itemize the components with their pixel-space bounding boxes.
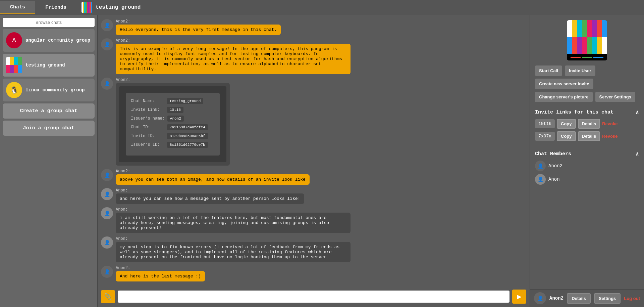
sidebar: A angular community group bbox=[0, 15, 97, 307]
message-bubble: This is an example of a very long messag… bbox=[116, 44, 351, 74]
message-bubble: i am still working on a lot of the featu… bbox=[116, 213, 351, 233]
sidebar-item-angular[interactable]: A angular community group bbox=[3, 29, 95, 52]
browse-input[interactable] bbox=[3, 18, 95, 27]
issuers-name-value: Anon2 bbox=[167, 116, 184, 122]
invite-link-row: 10t16 Copy Details Revoke bbox=[535, 119, 639, 129]
sender-label: Anon2: bbox=[116, 169, 310, 174]
invite-code-2: 7x07a bbox=[535, 132, 555, 141]
linux-chat-name: linux community group bbox=[25, 87, 85, 93]
sender-label: Anon: bbox=[116, 188, 304, 193]
tab-friends[interactable]: Friends bbox=[35, 1, 76, 14]
messages-container: 👤 Anon2: Hello everyone, this is the ver… bbox=[98, 15, 530, 286]
message-bubble: my next step is to fix known errors (i r… bbox=[116, 242, 351, 262]
join-group-button[interactable]: Join a group chat bbox=[3, 121, 95, 136]
table-row: 👤 Anon2: This is an example of a very lo… bbox=[101, 38, 526, 74]
right-panel: Start Call Invite User Create new server… bbox=[530, 15, 644, 307]
create-invite-button[interactable]: Create new server invite bbox=[535, 79, 593, 89]
table-row: 👤 Anon2: above you can see both an image… bbox=[101, 169, 526, 185]
issuers-id-value: 8c1361d62770ce7b bbox=[167, 142, 208, 148]
list-item: Anon: i am still working on a lot of the… bbox=[116, 207, 351, 233]
create-group-button[interactable]: Create a group chat bbox=[3, 103, 95, 119]
revoke-button-2[interactable]: Revoke bbox=[602, 134, 618, 139]
message-input[interactable] bbox=[118, 291, 509, 303]
message-bubble: and here you can see how a message sent … bbox=[116, 193, 304, 204]
members-chevron[interactable]: ∧ bbox=[636, 150, 639, 157]
details-button-2[interactable]: Details bbox=[578, 131, 600, 141]
invite-link-label: Invite Link: bbox=[131, 107, 164, 112]
avatar: 👤 bbox=[101, 38, 113, 50]
sender-label: Anon: bbox=[116, 236, 351, 241]
list-item: Anon2: And here is the last message :) bbox=[116, 266, 205, 281]
table-row: 👤 Anon: my next step is to fix known err… bbox=[101, 236, 526, 262]
details-button-1[interactable]: Details bbox=[578, 119, 600, 129]
table-row: 👤 Anon: and here you can see how a messa… bbox=[101, 188, 526, 204]
avatar: 👤 bbox=[101, 78, 113, 90]
user-name: Anon2 bbox=[549, 296, 564, 301]
invite-card: Chat Name: testing_ground Invite Link: 1… bbox=[126, 93, 220, 156]
invite-user-button[interactable]: Invite User bbox=[565, 65, 595, 76]
list-item: Anon2: above you can see both an image, … bbox=[116, 169, 310, 185]
chat-name-value: testing_ground bbox=[167, 98, 203, 104]
member-row: 👤 Anon2 bbox=[535, 161, 639, 171]
attach-button[interactable]: 📎 bbox=[101, 290, 115, 303]
angular-chat-name: angular community group bbox=[25, 38, 90, 43]
chat-name-label: Chat Name: bbox=[131, 99, 164, 103]
issuers-id-label: Issuer's ID: bbox=[131, 142, 164, 147]
server-logo-container bbox=[530, 15, 644, 62]
issuers-name-label: Issuer's name: bbox=[131, 116, 165, 121]
table-row: 👤 Anon: i am still working on a lot of t… bbox=[101, 207, 526, 233]
chat-id-label: Chat ID: bbox=[131, 125, 164, 130]
member-avatar: 👤 bbox=[535, 174, 546, 185]
sender-label: Anon: bbox=[116, 207, 351, 212]
tv-icon bbox=[6, 57, 22, 73]
server-settings-button[interactable]: Server Settings bbox=[595, 92, 635, 102]
revoke-button-1[interactable]: Revoke bbox=[602, 121, 618, 126]
logout-button[interactable]: Log out bbox=[624, 296, 640, 301]
member-name: Anon2 bbox=[548, 163, 562, 169]
invite-link-row: 7x07a Copy Details Revoke bbox=[535, 131, 639, 141]
bottom-user-bar: 👤 Anon2 Details Settings Log out bbox=[530, 289, 644, 307]
list-item: Anon: my next step is to fix known error… bbox=[116, 236, 351, 262]
list-item: Anon2: Hello everyone, this is the very … bbox=[116, 19, 281, 35]
details-button[interactable]: Details bbox=[567, 293, 591, 304]
linux-icon: 🐧 bbox=[6, 82, 22, 98]
chat-members-header: Chat Members ∧ bbox=[535, 150, 639, 157]
image-message-bubble: Chat Name: testing_ground Invite Link: 1… bbox=[116, 83, 230, 166]
settings-button[interactable]: Settings bbox=[594, 293, 621, 304]
sender-label: Anon2: bbox=[116, 19, 281, 24]
sender-label: Anon2: bbox=[116, 78, 230, 82]
chat-title-bar: testing ground bbox=[76, 2, 644, 13]
chat-id-value: 7a3153d7d48fcfc4 bbox=[167, 124, 208, 130]
invite-links-chevron[interactable]: ∧ bbox=[636, 109, 639, 116]
avatar: 👤 bbox=[101, 236, 113, 249]
tab-chats[interactable]: Chats bbox=[0, 1, 35, 14]
user-avatar: 👤 bbox=[534, 292, 546, 304]
list-item: Anon2: This is an example of a very long… bbox=[116, 38, 351, 74]
invite-link-value: 10t16 bbox=[167, 107, 183, 113]
invite-links-header: Invite links for this chat ∧ bbox=[535, 109, 639, 116]
sidebar-item-testing-ground[interactable]: testing ground bbox=[3, 54, 95, 77]
chat-title-icon bbox=[82, 2, 92, 13]
start-call-button[interactable]: Start Call bbox=[535, 65, 562, 76]
sidebar-item-linux[interactable]: 🐧 linux community group bbox=[3, 79, 95, 101]
server-actions: Start Call Invite User Create new server… bbox=[530, 62, 644, 105]
member-name: Anon bbox=[548, 177, 560, 182]
member-row: 👤 Anon bbox=[535, 174, 639, 185]
list-item: Anon2: Chat Name: testing_ground Invite … bbox=[116, 78, 230, 166]
active-chat-title: testing ground bbox=[96, 4, 141, 10]
chat-members-section: Chat Members ∧ 👤 Anon2 👤 Anon bbox=[530, 147, 644, 191]
send-button[interactable]: ▶ bbox=[512, 290, 526, 304]
input-bar: 📎 ▶ bbox=[98, 286, 530, 307]
copy-button-2[interactable]: Copy bbox=[557, 131, 576, 141]
change-picture-button[interactable]: Change server's picture bbox=[535, 92, 593, 102]
angular-icon: A bbox=[6, 32, 22, 48]
invite-id-value: 8129b89d598ac6bf bbox=[167, 133, 208, 139]
avatar: 👤 bbox=[101, 266, 113, 278]
invite-links-section: Invite links for this chat ∧ 10t16 Copy … bbox=[530, 105, 644, 147]
table-row: 👤 Anon2: And here is the last message :) bbox=[101, 266, 526, 281]
invite-code-1: 10t16 bbox=[535, 119, 555, 128]
copy-button-1[interactable]: Copy bbox=[557, 119, 576, 129]
list-item: Anon: and here you can see how a message… bbox=[116, 188, 304, 204]
avatar: 👤 bbox=[101, 188, 113, 200]
table-row: 👤 Anon2: Hello everyone, this is the ver… bbox=[101, 19, 526, 35]
